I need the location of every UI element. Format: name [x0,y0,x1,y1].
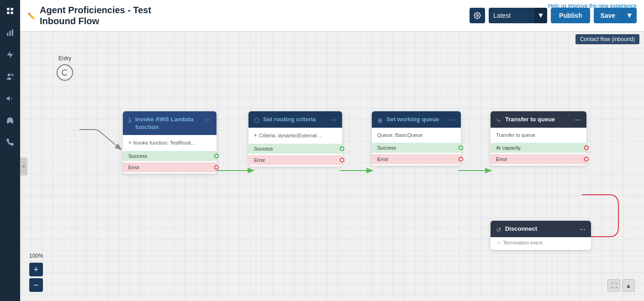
topbar-right: Latest ▼ Publish Save ▼ [470,8,637,23]
zoom-in-button[interactable]: + [29,263,43,276]
queue-title: Set working queue [386,116,439,124]
routing-menu[interactable]: ··· [331,116,337,124]
lambda-body: + Invoke function: TestRouti... [123,135,216,150]
save-button[interactable]: Save [594,8,622,23]
disconnect-icon: ↺ [496,226,501,234]
publish-button[interactable]: Publish [551,8,591,23]
svg-rect-0 [7,8,9,10]
title-area: Agent Proficiencies - Test Inbound Flow [40,5,151,26]
svg-point-10 [476,15,478,16]
queue-success-dot [459,145,463,150]
disconnect-title: Disconnect [505,225,537,233]
disconnect-card[interactable]: ↺ Disconnect ··· → Termination event [491,221,591,250]
termination-text: → Termination event [496,240,586,245]
topbar: ✏️ Agent Proficiencies - Test Inbound Fl… [20,0,644,31]
version-dropdown[interactable]: Latest ▼ [489,8,547,23]
lambda-card-header: λ Invoke AWS Lambda function ··· [123,111,216,135]
lambda-menu[interactable]: ··· [205,116,211,124]
zoom-out-button[interactable]: − [29,278,43,292]
lambda-icon: λ [128,117,132,124]
help-link[interactable]: Help us improve the new experience [548,3,637,9]
svg-rect-5 [10,31,11,36]
disconnect-body: → Termination event [491,237,591,250]
routing-success-dot [340,146,344,151]
entry-circle [57,64,73,81]
sidebar-item-flows[interactable] [4,48,16,61]
entry-node: Entry [57,55,73,81]
svg-rect-3 [11,12,13,14]
sidebar-item-headset[interactable] [4,114,16,127]
routing-error-connector[interactable]: Error [248,155,342,165]
transfer-card-header: ⤷ Transfer to queue ··· [491,111,586,128]
transfer-header-left: ⤷ Transfer to queue [496,116,555,124]
transfer-body-text: Transfer to queue [496,130,581,140]
lambda-body-text: + Invoke function: TestRouti... [128,138,211,148]
transfer-atcapacity-connector[interactable]: At capacity [491,143,586,153]
disconnect-card-header: ↺ Disconnect ··· [491,221,591,237]
fit-button[interactable]: ⛶ [607,279,620,292]
canvas-area[interactable]: Contact flow (inbound) ≡ [20,31,644,301]
lambda-card[interactable]: λ Invoke AWS Lambda function ··· + Invok… [123,111,216,174]
svg-marker-9 [7,96,10,101]
zoom-label: 100% [29,253,43,259]
topbar-left: ✏️ Agent Proficiencies - Test Inbound Fl… [27,5,151,26]
queue-success-connector[interactable]: Success [372,143,461,153]
sidebar-item-users[interactable] [4,70,16,83]
disconnect-header-left: ↺ Disconnect [496,225,537,234]
lambda-success-dot [214,154,219,158]
routing-body: + Criteria: dynamic(External ... [248,128,342,142]
queue-header-left: ⊕ Set working queue [377,116,439,124]
sidebar-item-analytics[interactable] [4,26,16,39]
fit-controls: ⛶ ▲ [607,279,635,292]
routing-title: Set routing criteria [263,116,316,124]
version-label: Latest [489,12,534,19]
queue-card-header: ⊕ Set working queue ··· [372,111,461,128]
lambda-error-dot [214,165,219,170]
version-caret[interactable]: ▼ [534,8,547,23]
routing-header-left: ⬡ Set routing criteria [254,116,316,124]
svg-point-8 [11,74,14,76]
queue-body-text: Queue: BasicQueue [377,130,455,140]
svg-rect-1 [11,8,13,10]
queue-menu[interactable]: ··· [449,116,455,124]
sidebar [0,0,20,301]
main-area: ✏️ Agent Proficiencies - Test Inbound Fl… [20,0,644,301]
routing-success-connector[interactable]: Success [248,144,342,154]
lambda-error-connector[interactable]: Error [123,162,216,172]
svg-point-7 [8,73,11,76]
queue-icon: ⊕ [377,117,383,124]
queue-body: Queue: BasicQueue [372,128,461,141]
routing-icon: ⬡ [254,117,259,124]
entry-label: Entry [58,55,71,62]
flow-type-label: Contact flow (inbound) [575,34,639,44]
sidebar-item-audio[interactable] [4,92,16,105]
transfer-error-dot [584,157,589,161]
zoom-controls: 100% + − [29,253,43,292]
transfer-card[interactable]: ⤷ Transfer to queue ··· Transfer to queu… [491,111,586,166]
transfer-icon: ⤷ [496,117,501,124]
queue-error-connector[interactable]: Error [372,154,461,164]
settings-button[interactable] [470,8,485,23]
queue-card[interactable]: ⊕ Set working queue ··· Queue: BasicQueu… [372,111,461,166]
routing-card-header: ⬡ Set routing criteria ··· [248,111,342,128]
lambda-title: Invoke AWS Lambda function [135,116,205,131]
lambda-header-left: λ Invoke AWS Lambda function [128,116,205,131]
svg-rect-2 [7,12,9,14]
routing-card[interactable]: ⬡ Set routing criteria ··· + Criteria: d… [248,111,342,166]
sidebar-item-phone[interactable] [4,136,16,149]
transfer-body: Transfer to queue [491,128,586,141]
transfer-menu[interactable]: ··· [575,116,581,124]
save-dropdown-button[interactable]: ▼ [622,8,637,23]
queue-error-dot [459,157,463,161]
routing-error-dot [340,158,344,162]
transfer-error-connector[interactable]: Error [491,154,586,164]
expand-button[interactable]: ▲ [622,279,635,292]
sidebar-item-home[interactable] [4,5,16,17]
routing-body-text: + Criteria: dynamic(External ... [254,130,337,140]
collapse-handle[interactable]: ≡ [20,157,27,176]
lambda-success-connector[interactable]: Success [123,151,216,161]
save-group: Save ▼ [594,8,637,23]
transfer-title: Transfer to queue [505,116,555,124]
disconnect-menu[interactable]: ··· [580,225,586,234]
edit-icon[interactable]: ✏️ [27,12,35,20]
